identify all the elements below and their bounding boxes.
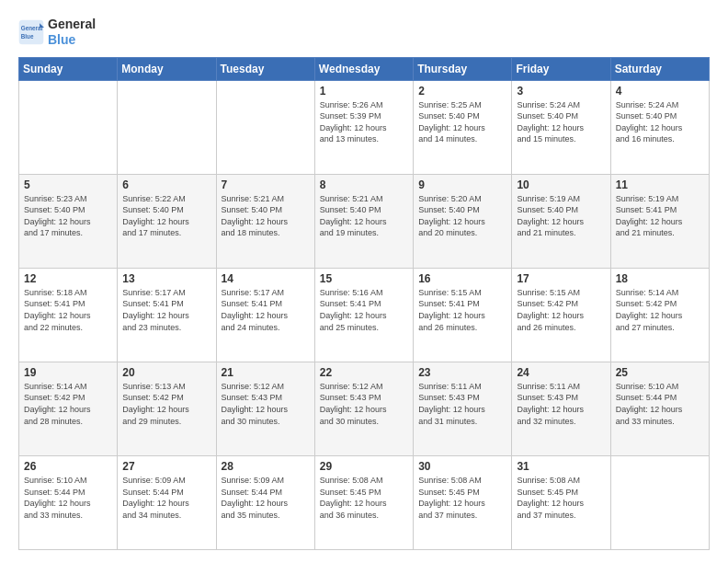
day-info: Sunrise: 5:17 AM Sunset: 5:41 PM Dayligh… xyxy=(122,287,210,333)
day-info: Sunrise: 5:14 AM Sunset: 5:42 PM Dayligh… xyxy=(616,287,704,333)
day-number: 6 xyxy=(122,178,210,191)
calendar-cell xyxy=(118,80,216,174)
day-info: Sunrise: 5:13 AM Sunset: 5:42 PM Dayligh… xyxy=(122,381,210,427)
header: General Blue General Blue xyxy=(18,17,710,48)
calendar-table: SundayMondayTuesdayWednesdayThursdayFrid… xyxy=(18,57,710,550)
day-number: 27 xyxy=(122,460,210,473)
weekday-header: Saturday xyxy=(610,57,709,80)
calendar-cell: 17Sunrise: 5:15 AM Sunset: 5:42 PM Dayli… xyxy=(512,268,610,362)
day-number: 8 xyxy=(320,178,408,191)
logo-text: General Blue xyxy=(48,17,96,48)
weekday-header: Sunday xyxy=(19,57,118,80)
calendar-week-row: 12Sunrise: 5:18 AM Sunset: 5:41 PM Dayli… xyxy=(19,268,710,362)
calendar-cell: 29Sunrise: 5:08 AM Sunset: 5:45 PM Dayli… xyxy=(314,455,413,549)
day-info: Sunrise: 5:16 AM Sunset: 5:41 PM Dayligh… xyxy=(320,287,408,333)
weekday-header: Tuesday xyxy=(216,57,314,80)
day-info: Sunrise: 5:24 AM Sunset: 5:40 PM Dayligh… xyxy=(517,99,605,145)
calendar-header-row: SundayMondayTuesdayWednesdayThursdayFrid… xyxy=(19,57,710,80)
weekday-header: Friday xyxy=(512,57,610,80)
day-info: Sunrise: 5:08 AM Sunset: 5:45 PM Dayligh… xyxy=(418,475,506,521)
day-info: Sunrise: 5:15 AM Sunset: 5:41 PM Dayligh… xyxy=(418,287,506,333)
day-number: 14 xyxy=(222,272,310,285)
day-number: 18 xyxy=(616,272,704,285)
calendar-week-row: 19Sunrise: 5:14 AM Sunset: 5:42 PM Dayli… xyxy=(19,362,710,455)
day-number: 20 xyxy=(122,366,210,379)
day-number: 13 xyxy=(122,272,210,285)
calendar-cell: 10Sunrise: 5:19 AM Sunset: 5:40 PM Dayli… xyxy=(512,174,610,268)
calendar-cell: 26Sunrise: 5:10 AM Sunset: 5:44 PM Dayli… xyxy=(19,455,118,549)
calendar-cell: 23Sunrise: 5:11 AM Sunset: 5:43 PM Dayli… xyxy=(414,362,512,455)
svg-text:Blue: Blue xyxy=(21,33,34,40)
calendar-cell: 27Sunrise: 5:09 AM Sunset: 5:44 PM Dayli… xyxy=(118,455,216,549)
day-number: 25 xyxy=(616,366,704,379)
day-info: Sunrise: 5:09 AM Sunset: 5:44 PM Dayligh… xyxy=(222,475,310,521)
day-info: Sunrise: 5:18 AM Sunset: 5:41 PM Dayligh… xyxy=(24,287,112,333)
day-info: Sunrise: 5:10 AM Sunset: 5:44 PM Dayligh… xyxy=(24,475,112,521)
day-number: 28 xyxy=(222,460,310,473)
day-info: Sunrise: 5:11 AM Sunset: 5:43 PM Dayligh… xyxy=(517,381,605,427)
calendar-cell: 2Sunrise: 5:25 AM Sunset: 5:40 PM Daylig… xyxy=(414,80,512,174)
day-info: Sunrise: 5:14 AM Sunset: 5:42 PM Dayligh… xyxy=(24,381,112,427)
day-info: Sunrise: 5:11 AM Sunset: 5:43 PM Dayligh… xyxy=(418,381,506,427)
day-info: Sunrise: 5:09 AM Sunset: 5:44 PM Dayligh… xyxy=(122,475,210,521)
day-info: Sunrise: 5:12 AM Sunset: 5:43 PM Dayligh… xyxy=(320,381,408,427)
calendar-cell: 8Sunrise: 5:21 AM Sunset: 5:40 PM Daylig… xyxy=(314,174,413,268)
day-number: 2 xyxy=(418,85,506,98)
day-info: Sunrise: 5:21 AM Sunset: 5:40 PM Dayligh… xyxy=(222,193,310,239)
calendar-body: 1Sunrise: 5:26 AM Sunset: 5:39 PM Daylig… xyxy=(19,80,710,549)
calendar-cell: 5Sunrise: 5:23 AM Sunset: 5:40 PM Daylig… xyxy=(19,174,118,268)
calendar-cell: 12Sunrise: 5:18 AM Sunset: 5:41 PM Dayli… xyxy=(19,268,118,362)
day-number: 17 xyxy=(517,272,605,285)
calendar-cell: 16Sunrise: 5:15 AM Sunset: 5:41 PM Dayli… xyxy=(414,268,512,362)
calendar-week-row: 5Sunrise: 5:23 AM Sunset: 5:40 PM Daylig… xyxy=(19,174,710,268)
day-number: 22 xyxy=(320,366,408,379)
calendar-cell: 13Sunrise: 5:17 AM Sunset: 5:41 PM Dayli… xyxy=(118,268,216,362)
day-number: 9 xyxy=(418,178,506,191)
logo-line2: Blue xyxy=(48,32,75,47)
weekday-header: Wednesday xyxy=(314,57,413,80)
calendar-cell xyxy=(19,80,118,174)
calendar-week-row: 1Sunrise: 5:26 AM Sunset: 5:39 PM Daylig… xyxy=(19,80,710,174)
calendar-cell: 7Sunrise: 5:21 AM Sunset: 5:40 PM Daylig… xyxy=(216,174,314,268)
day-number: 5 xyxy=(24,178,112,191)
day-number: 31 xyxy=(517,460,605,473)
calendar-cell: 28Sunrise: 5:09 AM Sunset: 5:44 PM Dayli… xyxy=(216,455,314,549)
logo: General Blue General Blue xyxy=(18,17,96,48)
day-number: 24 xyxy=(517,366,605,379)
day-number: 3 xyxy=(517,85,605,98)
day-info: Sunrise: 5:17 AM Sunset: 5:41 PM Dayligh… xyxy=(222,287,310,333)
day-info: Sunrise: 5:10 AM Sunset: 5:44 PM Dayligh… xyxy=(616,381,704,427)
calendar-cell: 24Sunrise: 5:11 AM Sunset: 5:43 PM Dayli… xyxy=(512,362,610,455)
calendar-cell: 11Sunrise: 5:19 AM Sunset: 5:41 PM Dayli… xyxy=(610,174,709,268)
day-number: 7 xyxy=(222,178,310,191)
calendar-cell: 3Sunrise: 5:24 AM Sunset: 5:40 PM Daylig… xyxy=(512,80,610,174)
calendar-cell: 25Sunrise: 5:10 AM Sunset: 5:44 PM Dayli… xyxy=(610,362,709,455)
day-info: Sunrise: 5:19 AM Sunset: 5:41 PM Dayligh… xyxy=(616,193,704,239)
calendar-week-row: 26Sunrise: 5:10 AM Sunset: 5:44 PM Dayli… xyxy=(19,455,710,549)
day-info: Sunrise: 5:25 AM Sunset: 5:40 PM Dayligh… xyxy=(418,99,506,145)
day-info: Sunrise: 5:12 AM Sunset: 5:43 PM Dayligh… xyxy=(222,381,310,427)
day-number: 19 xyxy=(24,366,112,379)
calendar-cell: 19Sunrise: 5:14 AM Sunset: 5:42 PM Dayli… xyxy=(19,362,118,455)
calendar-cell: 21Sunrise: 5:12 AM Sunset: 5:43 PM Dayli… xyxy=(216,362,314,455)
day-number: 16 xyxy=(418,272,506,285)
calendar-cell: 15Sunrise: 5:16 AM Sunset: 5:41 PM Dayli… xyxy=(314,268,413,362)
calendar-cell: 4Sunrise: 5:24 AM Sunset: 5:40 PM Daylig… xyxy=(610,80,709,174)
calendar-cell xyxy=(610,455,709,549)
day-number: 23 xyxy=(418,366,506,379)
svg-text:General: General xyxy=(21,25,43,31)
calendar-cell: 20Sunrise: 5:13 AM Sunset: 5:42 PM Dayli… xyxy=(118,362,216,455)
day-number: 26 xyxy=(24,460,112,473)
day-number: 1 xyxy=(320,85,408,98)
day-info: Sunrise: 5:21 AM Sunset: 5:40 PM Dayligh… xyxy=(320,193,408,239)
calendar-cell: 31Sunrise: 5:08 AM Sunset: 5:45 PM Dayli… xyxy=(512,455,610,549)
calendar-cell: 9Sunrise: 5:20 AM Sunset: 5:40 PM Daylig… xyxy=(414,174,512,268)
day-info: Sunrise: 5:08 AM Sunset: 5:45 PM Dayligh… xyxy=(517,475,605,521)
day-info: Sunrise: 5:26 AM Sunset: 5:39 PM Dayligh… xyxy=(320,99,408,145)
day-info: Sunrise: 5:24 AM Sunset: 5:40 PM Dayligh… xyxy=(616,99,704,145)
page: General Blue General Blue SundayMondayTu… xyxy=(0,0,728,563)
day-info: Sunrise: 5:08 AM Sunset: 5:45 PM Dayligh… xyxy=(320,475,408,521)
logo-line1: General xyxy=(48,17,96,32)
calendar-cell: 1Sunrise: 5:26 AM Sunset: 5:39 PM Daylig… xyxy=(314,80,413,174)
calendar-cell: 30Sunrise: 5:08 AM Sunset: 5:45 PM Dayli… xyxy=(414,455,512,549)
